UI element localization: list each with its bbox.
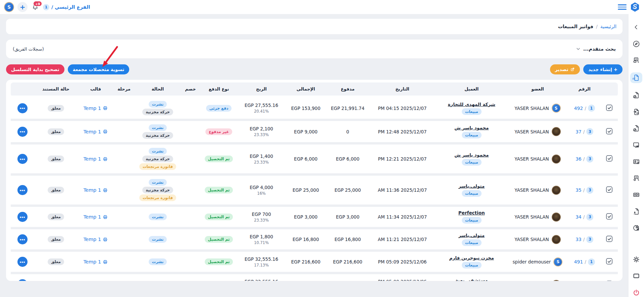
add-receipt-icon[interactable] bbox=[630, 174, 642, 183]
client-link[interactable]: مخزن نيوجرين فارم bbox=[449, 255, 494, 260]
template-link[interactable]: Temp 1 bbox=[79, 214, 112, 220]
advanced-search-toggle[interactable]: بحث متقدم... bbox=[576, 46, 616, 52]
pos-terminal-icon[interactable] bbox=[630, 141, 642, 150]
table-row: 3 / 36 YASER SHALAN محمود ياسر ش مبيعات … bbox=[11, 143, 618, 175]
invoice-number[interactable]: 3 / 33 bbox=[569, 236, 599, 243]
settings-icon[interactable] bbox=[630, 255, 642, 264]
client-type-badge: مبيعات bbox=[462, 159, 482, 166]
status-badge: فاتورة مرتجعات bbox=[139, 194, 176, 201]
status-badge: نشرت bbox=[149, 124, 167, 131]
row-checkbox[interactable] bbox=[606, 280, 613, 281]
row-checkbox[interactable] bbox=[606, 186, 613, 193]
invoice-number[interactable]: 3 / 37 bbox=[569, 128, 599, 135]
branch-count-badge: 1 bbox=[43, 4, 49, 10]
invoice-number-value: 35 bbox=[576, 187, 582, 193]
cash-icon[interactable] bbox=[630, 190, 642, 199]
pos-receipt-icon[interactable] bbox=[630, 56, 642, 65]
template-link[interactable]: Temp 1 bbox=[79, 187, 112, 193]
template-link[interactable]: Temp 1 bbox=[79, 106, 112, 111]
sales-invoice-icon[interactable]: (i) bbox=[630, 72, 642, 83]
row-checkbox[interactable] bbox=[606, 128, 613, 135]
row-actions-button[interactable]: ••• bbox=[17, 212, 28, 222]
client-link[interactable]: شركة المهدى للتجارة bbox=[448, 102, 495, 107]
row-checkbox[interactable] bbox=[606, 258, 613, 265]
breadcrumb-separator: / bbox=[596, 24, 598, 29]
invoice-number-badge: 1 bbox=[588, 105, 595, 112]
client-link[interactable]: متولى.ياسر bbox=[458, 233, 485, 238]
row-checkbox[interactable] bbox=[606, 155, 613, 162]
invoice-number[interactable]: 3 / 34 bbox=[569, 214, 599, 221]
row-checkbox[interactable] bbox=[606, 235, 613, 242]
app-logo[interactable] bbox=[630, 2, 640, 12]
client-link[interactable]: متولى.ياسر bbox=[458, 183, 485, 189]
void-document-icon[interactable] bbox=[630, 124, 642, 133]
row-actions-button[interactable]: ••• bbox=[17, 234, 28, 244]
bell-icon[interactable]: +9 bbox=[31, 3, 40, 11]
status-badge: نشرت bbox=[149, 258, 167, 265]
template-link[interactable]: Temp 1 bbox=[79, 129, 112, 134]
member-card-icon[interactable] bbox=[630, 157, 642, 166]
invoice-number[interactable]: 1 / 491 bbox=[569, 258, 599, 265]
member-name: YASER SHALAN bbox=[514, 187, 549, 193]
page-title: فواتير المبيعات bbox=[558, 24, 593, 29]
status-badges: نشرت bbox=[136, 214, 180, 220]
row-checkbox[interactable] bbox=[606, 104, 613, 111]
member-cell: YASER SHALAN bbox=[508, 127, 567, 136]
client-link[interactable]: محمود ياسر ش bbox=[454, 152, 489, 158]
compass-icon[interactable] bbox=[630, 39, 642, 48]
client-type-badge: مبيعات bbox=[462, 108, 482, 115]
template-link[interactable]: Temp 1 bbox=[79, 156, 112, 162]
template-link[interactable]: Temp 1 bbox=[79, 259, 112, 264]
row-checkbox[interactable] bbox=[606, 213, 613, 220]
create-new-button[interactable]: + إنشاء جديد bbox=[583, 64, 623, 74]
logout-icon[interactable] bbox=[630, 288, 642, 297]
invoice-number[interactable]: 1 / 490 bbox=[569, 281, 599, 281]
reports-icon[interactable] bbox=[630, 224, 642, 232]
status-badge: نشرت bbox=[149, 179, 167, 186]
template-name: Temp 1 bbox=[84, 129, 101, 134]
collapse-icon[interactable] bbox=[630, 23, 642, 32]
member-cell: YASER SHALAN bbox=[508, 213, 567, 222]
invoice-number[interactable]: 1 / 492 bbox=[569, 105, 599, 112]
breadcrumb-home-link[interactable]: الرئيسية bbox=[600, 24, 616, 29]
profit-amount: EGP 32,555.16 bbox=[245, 256, 278, 262]
quick-add-button[interactable]: + bbox=[17, 2, 28, 12]
member-name: YASER SHALAN bbox=[514, 106, 549, 111]
invoice-number[interactable]: 3 / 35 bbox=[569, 187, 599, 194]
profit-percent: 23.33% bbox=[239, 160, 284, 165]
row-actions-button[interactable]: ••• bbox=[17, 103, 28, 113]
client-link[interactable]: مستشفى بهية bbox=[455, 278, 488, 281]
invoice-number-badge: 1 bbox=[588, 281, 595, 281]
profit-amount: EGP 32,555.16 bbox=[245, 279, 278, 281]
row-actions-button[interactable]: ••• bbox=[17, 257, 28, 267]
invoice-number[interactable]: 3 / 36 bbox=[569, 156, 599, 163]
fix-sequence-button[interactable]: تصحيح بداية التسلسل bbox=[6, 64, 64, 74]
screen-icon[interactable] bbox=[630, 272, 642, 280]
member-cell: S YASER SHALAN bbox=[508, 104, 567, 113]
hamburger-menu-icon[interactable] bbox=[618, 4, 627, 10]
printer-icon bbox=[103, 259, 108, 264]
client-document-icon[interactable] bbox=[630, 207, 642, 216]
branch-label[interactable]: الفرع الرئيسي / 1 bbox=[43, 4, 90, 10]
cancel-document-icon[interactable] bbox=[630, 91, 642, 100]
row-actions-button[interactable]: ••• bbox=[17, 154, 28, 164]
export-button[interactable]: تصدير bbox=[550, 64, 580, 74]
create-new-label: + إنشاء جديد bbox=[588, 67, 617, 72]
row-actions-button[interactable]: ••• bbox=[17, 127, 28, 137]
settle-collections-button[interactable]: تسوية متحصلات مجمعة bbox=[68, 64, 130, 74]
transfer-document-icon[interactable] bbox=[630, 108, 642, 116]
invoice-number-value: 492 bbox=[574, 106, 583, 111]
user-avatar[interactable]: S bbox=[4, 2, 14, 12]
invoice-date: PM 05:00 2025/12/06تاريخ الإستحقاق: 2025… bbox=[370, 279, 435, 281]
client-type-badge: مبيعات bbox=[462, 239, 482, 246]
template-link[interactable]: Temp 1 bbox=[79, 237, 112, 242]
right-sidebar: (i) bbox=[629, 14, 644, 297]
row-actions-button[interactable]: ••• bbox=[17, 185, 28, 195]
row-actions-button[interactable]: ••• bbox=[17, 279, 28, 281]
total-amount: EGP 25,000 bbox=[293, 187, 319, 193]
client-link[interactable]: محمود ياسر ش bbox=[454, 125, 489, 130]
payment-status-badge: تم التحصيل bbox=[205, 258, 233, 265]
col-select bbox=[601, 82, 618, 97]
document-status-badge: معلق bbox=[48, 128, 64, 135]
client-link[interactable]: Perfection bbox=[458, 210, 485, 216]
